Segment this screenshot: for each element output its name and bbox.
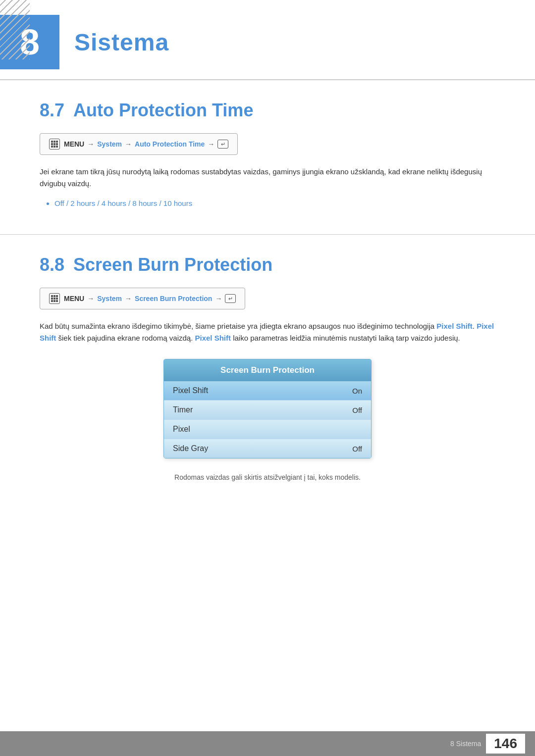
section-8-7-bullet-item: Off / 2 hours / 4 hours / 8 hours / 10 h… bbox=[54, 198, 495, 209]
diagonal-decoration bbox=[0, 0, 30, 59]
enter-icon-8-7: ↵ bbox=[217, 140, 228, 149]
menu-icon-8-8 bbox=[49, 293, 60, 304]
menu-word-8-7: MENU bbox=[64, 140, 84, 148]
menu-item-8-7: Auto Protection Time bbox=[135, 140, 205, 148]
dialog-row-pixel-shift-value: On bbox=[352, 387, 362, 395]
dialog-row-timer-value: Off bbox=[352, 406, 362, 414]
section-8-8-heading: 8.8 Screen Burn Protection bbox=[40, 254, 495, 275]
enter-icon-8-8: ↵ bbox=[225, 294, 236, 303]
body-text-part1: Kad būtų sumažinta ekrano išdegimo tikim… bbox=[40, 322, 436, 330]
body-text-part2: . bbox=[473, 322, 477, 330]
section-8-7: 8.7 Auto Protection Time MENU → System →… bbox=[0, 100, 535, 209]
chapter-header: 8 Sistema bbox=[0, 0, 535, 80]
section-8-8: 8.8 Screen Burn Protection MENU → System… bbox=[0, 254, 535, 481]
dialog-row-timer[interactable]: Timer Off bbox=[164, 401, 371, 420]
dialog-row-pixel[interactable]: Pixel bbox=[164, 420, 371, 439]
menu-system-8-7: System bbox=[97, 140, 122, 148]
menu-grid-8-8 bbox=[51, 295, 58, 302]
section-8-7-title: Auto Protection Time bbox=[73, 100, 253, 121]
menu-item-8-8: Screen Burn Protection bbox=[135, 295, 212, 302]
body-text-part3: šiek tiek pajudina ekrane rodomą vaizdą. bbox=[56, 334, 195, 342]
dialog-header: Screen Burn Protection bbox=[164, 359, 371, 381]
arrow2-8-8: → bbox=[125, 295, 132, 302]
dialog-row-pixel-shift[interactable]: Pixel Shift On bbox=[164, 381, 371, 401]
section-divider bbox=[0, 234, 535, 235]
section-8-8-footer-note: Rodomas vaizdas gali skirtis atsižvelgia… bbox=[40, 473, 495, 481]
section-8-7-number: 8.7 bbox=[40, 100, 64, 121]
dialog-row-side-gray[interactable]: Side Gray Off bbox=[164, 439, 371, 458]
section-8-8-title: Screen Burn Protection bbox=[73, 254, 272, 275]
menu-system-8-8: System bbox=[97, 295, 122, 302]
arrow2-8-7: → bbox=[125, 140, 132, 148]
page-footer: 8 Sistema 146 bbox=[0, 731, 535, 756]
dialog-row-timer-label: Timer bbox=[173, 405, 193, 414]
arrow3-8-8: → bbox=[215, 295, 222, 302]
body-bold-3: Pixel Shift bbox=[195, 334, 231, 342]
dialog-row-side-gray-label: Side Gray bbox=[173, 444, 208, 453]
chapter-title: Sistema bbox=[74, 29, 169, 56]
menu-word-8-8: MENU bbox=[64, 295, 84, 302]
dialog-row-pixel-shift-label: Pixel Shift bbox=[173, 386, 208, 395]
menu-icon-8-7 bbox=[49, 139, 60, 150]
dialog-container: Screen Burn Protection Pixel Shift On Ti… bbox=[40, 359, 495, 458]
screen-burn-dialog: Screen Burn Protection Pixel Shift On Ti… bbox=[163, 359, 372, 458]
body-bold-1: Pixel Shift bbox=[436, 322, 473, 330]
section-8-8-body: Kad būtų sumažinta ekrano išdegimo tikim… bbox=[40, 320, 495, 344]
arrow3-8-7: → bbox=[208, 140, 214, 148]
section-8-7-heading: 8.7 Auto Protection Time bbox=[40, 100, 495, 121]
arrow1-8-7: → bbox=[87, 140, 94, 148]
section-8-8-menu-path: MENU → System → Screen Burn Protection →… bbox=[40, 288, 245, 309]
section-8-8-number: 8.8 bbox=[40, 254, 64, 275]
footer-page-number: 146 bbox=[486, 734, 525, 754]
arrow1-8-8: → bbox=[87, 295, 94, 302]
dialog-row-pixel-label: Pixel bbox=[173, 425, 190, 434]
body-text-part4: laiko parametras leidžia minutėmis nusta… bbox=[231, 334, 460, 342]
footer-chapter-label: 8 Sistema bbox=[450, 740, 481, 748]
section-8-7-body: Jei ekrane tam tikrą jūsų nurodytą laiką… bbox=[40, 166, 495, 190]
section-8-7-bullets: Off / 2 hours / 4 hours / 8 hours / 10 h… bbox=[54, 198, 495, 209]
dialog-row-side-gray-value: Off bbox=[352, 445, 362, 453]
menu-grid-8-7 bbox=[51, 141, 58, 148]
section-8-7-menu-path: MENU → System → Auto Protection Time → ↵ bbox=[40, 133, 238, 155]
